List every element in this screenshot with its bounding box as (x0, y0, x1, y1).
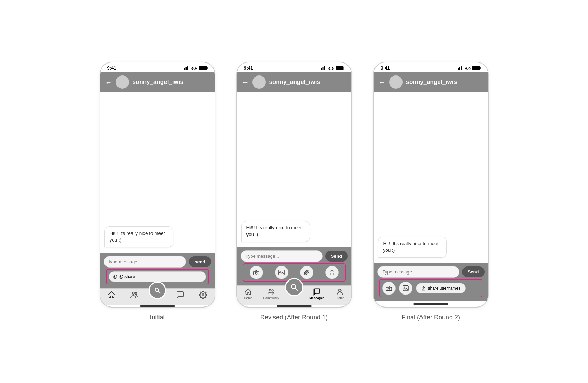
svg-rect-2 (187, 66, 188, 70)
svg-rect-4 (199, 66, 207, 70)
svg-rect-27 (459, 67, 460, 70)
svg-line-7 (158, 291, 160, 293)
nav-label-profile-revised: Profile (335, 296, 344, 300)
chat-username-initial: sonny_angel_iwis (133, 79, 184, 86)
status-time-final: 9:41 (381, 65, 390, 71)
phone-column-revised: 9:41 ← sonny_angel_iwis Hi!!! It's reall… (236, 62, 352, 321)
label-revised: Revised (After Round 1) (260, 314, 328, 321)
svg-rect-34 (403, 286, 408, 291)
at-icon: @ (113, 274, 117, 279)
svg-point-33 (388, 288, 390, 290)
share-label: @ share (119, 274, 135, 279)
svg-point-21 (291, 284, 296, 289)
svg-rect-16 (344, 67, 344, 69)
svg-rect-11 (321, 68, 322, 70)
svg-point-3 (194, 70, 195, 70)
status-bar-final: 9:41 (374, 62, 488, 72)
label-initial: Initial (150, 314, 164, 321)
avatar-revised (252, 75, 266, 89)
home-indicator-revised (277, 305, 312, 307)
svg-rect-0 (184, 68, 185, 70)
phone-initial: 9:41 ← sonny_angel_iwis Hi!!! It's reall… (100, 62, 215, 308)
chat-header-revised: ← sonny_angel_iwis (237, 72, 351, 92)
avatar-initial (116, 75, 129, 89)
chat-body-initial: Hi!!! It's really nice to meet you :) (100, 92, 215, 253)
svg-rect-26 (458, 68, 459, 70)
status-time-revised: 9:41 (244, 65, 253, 71)
nav-item-messages-revised[interactable]: Messages (305, 288, 328, 300)
phone-final: 9:41 ← sonny_angel_iwis Hi!!! It's reall… (373, 62, 489, 308)
svg-point-23 (269, 289, 271, 291)
image-btn-final[interactable] (399, 282, 412, 295)
input-row-revised: Send (241, 250, 348, 262)
paperclip-btn-revised[interactable] (300, 266, 313, 279)
bottom-nav-initial (100, 288, 215, 305)
home-indicator-initial (140, 305, 175, 307)
input-row-initial: send (104, 256, 211, 268)
chat-body-final: Hi!!! It's really nice to meet you :) (374, 92, 488, 263)
share-usernames-btn-final[interactable]: share usernames (416, 283, 466, 293)
svg-point-8 (132, 292, 134, 294)
nav-item-home-initial[interactable] (100, 291, 123, 299)
camera-btn-revised[interactable] (250, 266, 263, 279)
back-arrow-revised[interactable]: ← (242, 78, 249, 86)
camera-btn-final[interactable] (382, 282, 396, 295)
at-share-btn[interactable]: @ @ share (109, 271, 206, 282)
svg-rect-12 (322, 67, 323, 70)
back-arrow-initial[interactable]: ← (105, 78, 112, 86)
back-arrow-final[interactable]: ← (379, 78, 386, 86)
svg-rect-13 (324, 66, 325, 70)
send-btn-final[interactable]: Send (462, 266, 485, 277)
svg-point-18 (255, 272, 257, 274)
status-icons-initial (184, 66, 208, 70)
chat-body-revised: Hi!!! It's really nice to meet you :) (237, 92, 351, 247)
svg-point-6 (155, 288, 158, 292)
svg-rect-28 (461, 66, 462, 70)
svg-point-14 (331, 70, 331, 70)
status-bar-initial: 9:41 (100, 62, 215, 72)
message-bubble-final: Hi!!! It's really nice to meet you :) (378, 237, 447, 258)
chat-username-revised: sonny_angel_iwis (269, 79, 320, 86)
message-input-initial[interactable] (104, 256, 187, 268)
svg-rect-5 (207, 67, 208, 69)
svg-point-24 (272, 290, 274, 291)
search-center-btn-revised[interactable] (285, 278, 303, 296)
svg-rect-19 (279, 270, 284, 275)
message-bubble-initial: Hi!!! It's really nice to meet you :) (104, 226, 173, 247)
nav-item-home-revised[interactable]: Home (237, 288, 260, 300)
svg-point-29 (467, 70, 468, 70)
nav-item-messages-initial[interactable] (169, 291, 191, 299)
bottom-nav-revised: Home Community Messages Profile (237, 285, 351, 305)
svg-point-25 (338, 289, 341, 292)
share-usernames-label: share usernames (428, 286, 461, 291)
chat-username-final: sonny_angel_iwis (406, 79, 457, 86)
nav-item-profile-revised[interactable]: Profile (328, 288, 351, 300)
nav-label-community-revised: Community (263, 296, 279, 300)
nav-item-community-revised[interactable]: Community (260, 288, 283, 300)
nav-item-settings-initial[interactable] (191, 291, 214, 299)
status-icons-revised (321, 66, 344, 70)
nav-label-home-revised: Home (244, 296, 252, 300)
label-final: Final (After Round 2) (401, 314, 460, 321)
image-btn-revised[interactable] (275, 266, 288, 279)
nav-item-community-initial[interactable] (123, 291, 146, 299)
svg-rect-1 (185, 67, 187, 70)
message-input-revised[interactable] (241, 250, 323, 262)
avatar-final (389, 75, 403, 89)
svg-rect-31 (480, 67, 481, 69)
status-time-initial: 9:41 (107, 65, 116, 71)
send-btn-initial[interactable]: send (189, 256, 211, 267)
message-input-final[interactable] (377, 266, 459, 278)
message-bubble-revised: Hi!!! It's really nice to meet you :) (241, 221, 310, 242)
input-area-final: Send share usernames (374, 263, 488, 301)
phone-column-initial: 9:41 ← sonny_angel_iwis Hi!!! It's reall… (100, 62, 215, 321)
home-indicator-final (413, 303, 448, 305)
nav-label-messages-revised: Messages (309, 296, 324, 300)
search-center-btn-initial[interactable] (149, 282, 166, 299)
svg-line-22 (295, 288, 297, 290)
svg-rect-15 (336, 66, 343, 70)
status-bar-revised: 9:41 (237, 62, 351, 72)
input-row-final: Send (377, 266, 485, 278)
share-up-btn-revised[interactable] (325, 266, 339, 279)
send-btn-revised[interactable]: Send (325, 251, 348, 262)
